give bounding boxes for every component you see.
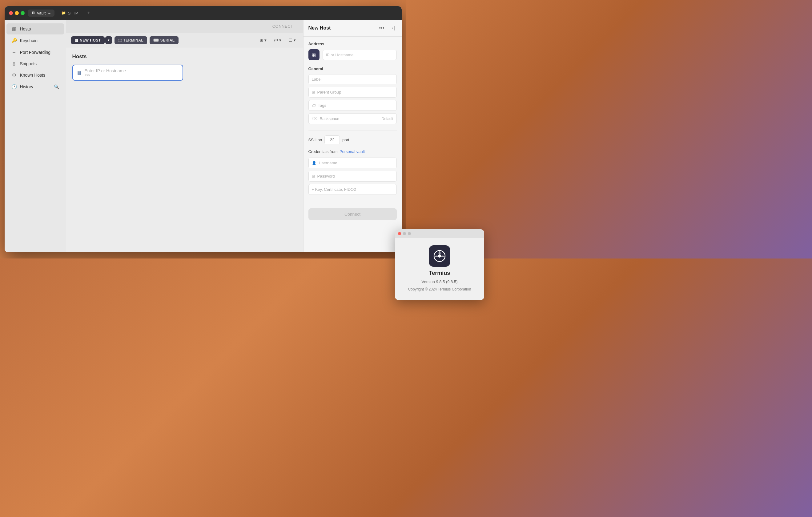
collapse-icon: →| (389, 25, 395, 30)
ssh-section: SSH on port Credentials from Personal va… (309, 135, 397, 195)
minimize-button[interactable] (15, 11, 19, 15)
tab-vault-label: Vault (37, 11, 46, 16)
grid-view-button[interactable]: ⊞ ▾ (257, 36, 269, 44)
tags-field[interactable]: 🏷 Tags (309, 100, 397, 111)
credentials-label: Credentials from (309, 149, 338, 154)
backspace-field[interactable]: ⌫ Backspace Default (309, 113, 397, 124)
folder-icon: 📁 (61, 11, 66, 15)
center-panel: CONNECT ▦ NEW HOST ▾ ⬚ TERMINAL ⌨ SERIAL (66, 20, 303, 252)
tag-filter-button[interactable]: 🏷 ▾ (271, 36, 284, 44)
host-search-input-area: Enter IP or Hostname… ssh (85, 68, 178, 77)
group-icon: ⊞ (312, 90, 315, 94)
right-panel-body: Address ▦ General ⊞ Parent Group (303, 37, 402, 206)
new-host-dropdown-button[interactable]: ▾ (105, 36, 112, 44)
serial-button[interactable]: ⌨ SERIAL (150, 36, 178, 44)
traffic-lights (9, 11, 25, 15)
parent-group-placeholder: Parent Group (317, 90, 341, 94)
titlebar: 🖥 Vault ☁ 📁 SFTP + (5, 6, 402, 20)
close-button[interactable] (9, 11, 13, 15)
general-section: General ⊞ Parent Group 🏷 Tags ⌫ Backspac… (309, 66, 397, 124)
backspace-label: Backspace (320, 116, 340, 121)
divider (309, 130, 397, 130)
password-placeholder: Password (317, 174, 335, 179)
history-icon: 🕐 (11, 84, 17, 90)
username-field[interactable]: 👤 Username (309, 158, 397, 168)
more-options-button[interactable]: ••• (378, 24, 386, 32)
sidebar-item-port-forwarding-label: Port Forwarding (20, 50, 51, 55)
port-forwarding-icon: ↔ (11, 50, 17, 55)
history-search-icon[interactable]: 🔍 (54, 84, 59, 89)
about-minimize-button[interactable] (403, 232, 406, 235)
server-icon: ▦ (75, 38, 79, 42)
address-server-icon: ▦ (312, 52, 316, 57)
table-view-button[interactable]: ☰ ▾ (286, 36, 298, 44)
ssh-port-input[interactable] (324, 135, 340, 144)
connect-top-button[interactable]: CONNECT (267, 22, 298, 30)
serial-icon: ⌨ (153, 38, 159, 42)
right-panel-header: New Host ••• →| (303, 20, 402, 37)
tab-vault[interactable]: 🖥 Vault ☁ (28, 9, 55, 17)
sidebar-item-keychain[interactable]: 🔑 Keychain (6, 35, 64, 46)
tab-sftp[interactable]: 📁 SFTP (58, 9, 82, 17)
sidebar-item-port-forwarding[interactable]: ↔ Port Forwarding (6, 47, 64, 58)
host-search-box[interactable]: ▦ Enter IP or Hostname… ssh (72, 65, 183, 81)
cloud-icon: ☁ (48, 11, 51, 15)
address-row: ▦ (309, 49, 397, 60)
backspace-icon: ⌫ (312, 116, 317, 121)
connect-bottom-button[interactable]: Connect (309, 208, 397, 220)
tab-sftp-label: SFTP (68, 11, 78, 16)
main-content: ▦ Hosts 🔑 Keychain ↔ Port Forwarding {} … (5, 20, 402, 252)
table-dropdown-icon: ▾ (294, 38, 296, 42)
host-search-sub: ssh (85, 73, 178, 77)
about-dialog[interactable]: Termius Version 9.8.5 (9.8.5) Copyright … (395, 229, 406, 258)
terminal-button[interactable]: ⬚ TERMINAL (115, 36, 147, 44)
toolbar: ▦ NEW HOST ▾ ⬚ TERMINAL ⌨ SERIAL ⊞ ▾ (66, 33, 303, 48)
about-dialog-titlebar (395, 229, 406, 238)
about-close-button[interactable] (398, 232, 401, 235)
hosts-content: Hosts ▦ Enter IP or Hostname… ssh (66, 48, 303, 252)
backspace-value: Default (381, 117, 393, 121)
password-field[interactable]: ⊟ Password (309, 171, 397, 182)
sidebar-item-snippets[interactable]: {} Snippets (6, 58, 64, 69)
ssh-row: SSH on port (309, 135, 397, 144)
sidebar-item-history[interactable]: 🕐 History 🔍 (6, 81, 64, 92)
vault-icon: 🖥 (31, 11, 35, 15)
sidebar-item-known-hosts[interactable]: ⚙ Known Hosts (6, 69, 64, 81)
keychain-icon: 🔑 (11, 38, 17, 43)
maximize-button[interactable] (21, 11, 25, 15)
parent-group-field[interactable]: ⊞ Parent Group (309, 87, 397, 97)
toolbar-right: ⊞ ▾ 🏷 ▾ ☰ ▾ (257, 36, 298, 44)
tag-field-icon: 🏷 (312, 103, 316, 108)
address-input[interactable] (323, 50, 397, 60)
ssh-icon: ▦ (77, 70, 82, 75)
ssh-port-suffix: port (342, 138, 349, 142)
terminal-icon: ⬚ (118, 38, 122, 42)
key-field[interactable]: + Key, Certificate, FIDO2 (309, 184, 397, 195)
collapse-panel-button[interactable]: →| (388, 24, 397, 32)
credentials-row: Credentials from Personal vault (309, 149, 397, 154)
label-input[interactable] (309, 74, 397, 84)
sidebar: ▦ Hosts 🔑 Keychain ↔ Port Forwarding {} … (5, 20, 66, 252)
grid-icon: ⊞ (260, 38, 263, 42)
snippets-icon: {} (11, 61, 17, 66)
right-panel-actions: ••• →| (378, 24, 397, 32)
hosts-icon: ▦ (11, 26, 17, 32)
tag-dropdown-icon: ▾ (279, 38, 281, 42)
new-host-button[interactable]: ▦ NEW HOST (71, 36, 105, 44)
sidebar-item-snippets-label: Snippets (20, 61, 37, 66)
table-icon: ☰ (289, 38, 292, 42)
add-tab-button[interactable]: + (85, 9, 92, 17)
address-icon-box: ▦ (309, 49, 319, 60)
username-placeholder: Username (319, 161, 337, 165)
serial-label: SERIAL (161, 38, 175, 42)
general-section-label: General (309, 66, 397, 71)
key-label: + Key, Certificate, FIDO2 (312, 187, 356, 192)
credentials-value[interactable]: Personal vault (340, 149, 365, 154)
terminal-label: TERMINAL (123, 38, 143, 42)
address-section-label: Address (309, 41, 397, 46)
right-panel-title: New Host (309, 25, 331, 31)
about-body: Termius Version 9.8.5 (9.8.5) Copyright … (395, 238, 406, 258)
sidebar-item-hosts[interactable]: ▦ Hosts (6, 23, 64, 34)
sidebar-item-hosts-label: Hosts (20, 27, 31, 31)
sidebar-item-keychain-label: Keychain (20, 38, 38, 43)
